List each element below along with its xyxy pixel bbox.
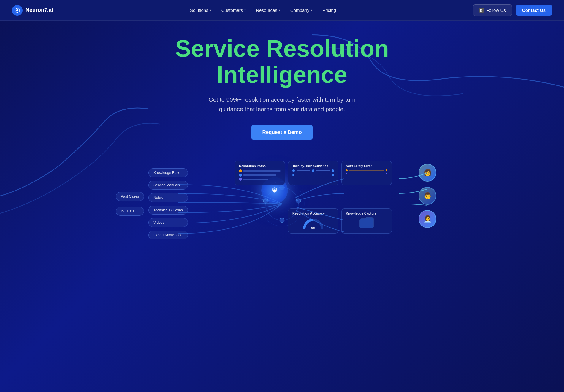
nav-actions: R Follow Us Contact Us — [473, 4, 552, 16]
hero-subtitle: Get to 90%+ resolution accuracy faster w… — [199, 95, 365, 114]
logo-text: Neuron7.ai — [26, 7, 53, 13]
nav-solutions[interactable]: Solutions ▾ — [186, 5, 216, 15]
chevron-down-icon: ▾ — [244, 9, 246, 12]
reddit-icon: R — [479, 8, 484, 13]
nav-customers[interactable]: Customers ▾ — [217, 5, 250, 15]
chevron-down-icon: ▾ — [210, 9, 211, 12]
connection-lines — [113, 155, 451, 253]
svg-point-0 — [16, 9, 18, 11]
svg-text:R: R — [480, 9, 482, 12]
chevron-down-icon: ▾ — [311, 9, 312, 12]
svg-point-7 — [280, 218, 284, 223]
nav-pricing[interactable]: Pricing — [318, 5, 340, 15]
contact-us-button[interactable]: Contact Us — [516, 5, 552, 16]
logo-link[interactable]: Neuron7.ai — [12, 5, 53, 16]
logo-icon — [12, 5, 23, 16]
navbar: Neuron7.ai Solutions ▾ Customers ▾ Resou… — [0, 0, 564, 21]
nav-company[interactable]: Company ▾ — [286, 5, 316, 15]
nav-resources[interactable]: Resources ▾ — [252, 5, 284, 15]
follow-us-button[interactable]: R Follow Us — [473, 4, 512, 16]
diagram-section: Past Cases IoT Data Knowledge Base Servi… — [113, 155, 451, 253]
request-demo-button[interactable]: Request a Demo — [251, 125, 312, 140]
svg-point-8 — [263, 199, 268, 203]
hero-title: Service Resolution Intelligence — [175, 36, 389, 88]
svg-point-6 — [296, 199, 301, 203]
chevron-down-icon: ▾ — [279, 9, 280, 12]
nav-menu: Solutions ▾ Customers ▾ Resources ▾ Comp… — [186, 5, 340, 15]
hero-section: Service Resolution Intelligence Get to 9… — [0, 0, 564, 392]
svg-point-5 — [280, 185, 284, 190]
